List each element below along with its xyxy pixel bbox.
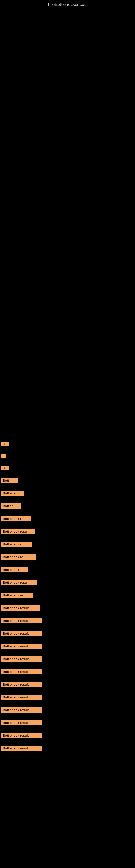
bottleneck-result-item-18: Bottleneck result xyxy=(1,656,42,661)
bottleneck-result-item-24: Bottleneck result xyxy=(1,733,42,738)
bottleneck-result-item-1: B xyxy=(1,442,9,446)
bottleneck-result-item-23: Bottleneck result xyxy=(1,720,42,725)
bottleneck-result-item-22: Bottleneck result xyxy=(1,707,42,713)
bottleneck-result-item-11: Bottleneck xyxy=(1,567,28,572)
bottleneck-result-item-12: Bottleneck resu xyxy=(1,580,37,585)
bottleneck-result-item-19: Bottleneck result xyxy=(1,669,42,674)
bottleneck-result-item-15: Bottleneck result xyxy=(1,618,42,623)
bottleneck-result-item-5: Bottleneck xyxy=(1,491,24,496)
bottleneck-result-item-16: Bottleneck result xyxy=(1,631,42,636)
bottleneck-result-item-8: Bottleneck resu xyxy=(1,529,35,534)
bottleneck-result-item-4: Bottl xyxy=(1,478,18,483)
site-title: TheBottlenecker.com xyxy=(0,0,135,8)
bottleneck-result-item-10: Bottleneck re xyxy=(1,554,36,560)
bottleneck-result-item-25: Bottleneck result xyxy=(1,746,42,751)
bottleneck-result-item-7: Bottleneck r xyxy=(1,516,31,521)
bottleneck-result-item-2: | xyxy=(1,454,6,458)
bottleneck-result-item-14: Bottleneck result xyxy=(1,606,40,611)
bottleneck-result-item-3: B xyxy=(1,466,9,470)
bottleneck-result-item-21: Bottleneck result xyxy=(1,695,42,700)
bottleneck-result-item-9: Bottleneck r xyxy=(1,542,32,547)
bottleneck-result-item-20: Bottleneck result xyxy=(1,682,42,687)
bottleneck-result-item-6: Bottlen xyxy=(1,503,20,508)
results-container: B|BBottlBottleneckBottlenBottleneck rBot… xyxy=(0,8,135,758)
bottleneck-result-item-17: Bottleneck result xyxy=(1,644,42,649)
bottleneck-result-item-13: Bottleneck re xyxy=(1,593,33,598)
